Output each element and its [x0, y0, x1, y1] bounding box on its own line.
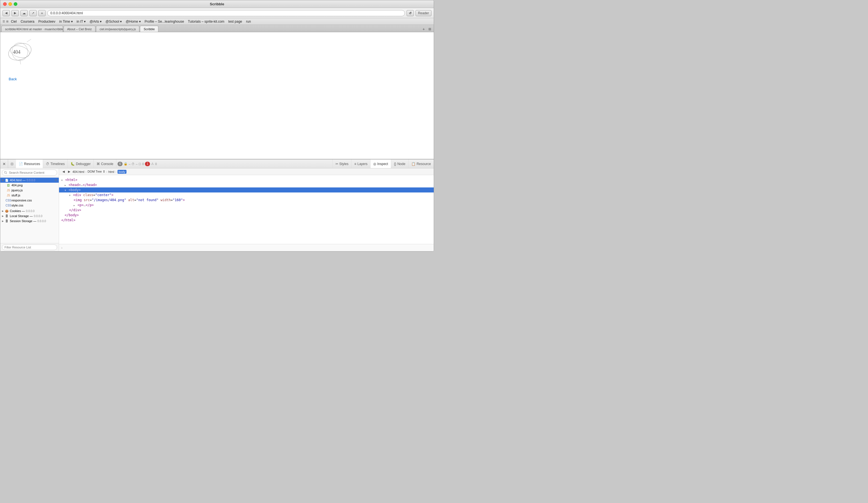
dom-line-html-open[interactable]: ▼ <html> — [59, 177, 434, 182]
forward-button[interactable]: ▶ — [11, 10, 19, 16]
bookmark-producteev[interactable]: Producteev — [37, 20, 57, 23]
grid-icon[interactable]: ⊞ — [6, 20, 8, 23]
breadcrumb-html[interactable]: html — [108, 170, 114, 174]
breadcrumb-forward[interactable]: ▶ — [67, 170, 71, 174]
tab-scribble-github[interactable]: scribble/404.html at master · muan/scrib… — [1, 26, 63, 32]
node-icon: {} — [394, 162, 396, 166]
devtools-body: ▶ 📄 404.html — 0.0.0.0 ↺ 🖼 404.png — [0, 168, 434, 251]
back-link[interactable]: Back — [9, 77, 17, 81]
devtools-detach-button[interactable]: ⊡ — [8, 159, 16, 168]
tab-jquery[interactable]: ciel.im/javascripts/jquery.js — [96, 26, 140, 32]
resource-header-main[interactable]: ▶ 📄 404.html — 0.0.0.0 ↺ — [0, 178, 59, 183]
dom-line-html-close[interactable]: </html> — [59, 218, 434, 223]
bookmark-run[interactable]: run — [245, 20, 252, 23]
tab-about-ciel[interactable]: About – Ciel Breiz — [63, 26, 95, 32]
storage-local[interactable]: ▶ 🗄 Local Storage — 0.0.0.0 — [0, 213, 59, 219]
breadcrumb-body[interactable]: body — [117, 170, 126, 174]
resource-child-responsive[interactable]: CSS responsive.css — [5, 198, 59, 203]
body-triangle[interactable]: ▼ — [65, 189, 66, 192]
dom-line-head[interactable]: ▶ <head>…</head> — [59, 182, 434, 187]
bookmarks-icon[interactable]: ☰ — [2, 20, 5, 23]
bookmark-tutorials[interactable]: Tutorials – sprite-kit.com — [187, 20, 226, 23]
devtools-toolbar: ✕ ⊡ 📄 Resources ⏱ Timelines 🐛 Debugger — [0, 159, 434, 168]
breadcrumb-file[interactable]: 404.html — [72, 170, 84, 174]
back-button[interactable]: ◀ — [2, 10, 10, 16]
svg-text:404: 404 — [13, 49, 20, 55]
devtools-tab-resources[interactable]: 📄 Resources — [16, 159, 43, 168]
timer-dash-icon: – — [136, 162, 137, 166]
breadcrumb-back[interactable]: ◀ — [61, 170, 66, 174]
resource-label: Resource — [417, 162, 431, 166]
devtools-filter — [0, 243, 59, 251]
bookmark-testpage[interactable]: test page — [227, 20, 244, 23]
devtools-right-tab-inspect[interactable]: ◎ Inspect — [370, 159, 391, 168]
refresh-icon[interactable]: ↺ — [54, 178, 57, 182]
error-count-badge: 1 — [145, 162, 150, 166]
url-bar[interactable]: 0.0.0.0:4000/404.html — [47, 10, 405, 16]
resources-icon: 📄 — [19, 162, 23, 166]
bookmark-ciel[interactable]: Ciel — [10, 20, 18, 23]
session-storage-address: 0.0.0.0 — [38, 220, 46, 223]
devtools-tab-console[interactable]: ⌘ Console — [94, 159, 116, 168]
devtools-right-tab-styles[interactable]: ✂ Styles — [332, 159, 351, 168]
dom-breadcrumb: ◀ ▶ 404.html › DOM Tree ⇕ › html › body — [59, 168, 434, 175]
devtools-right-tab-resource[interactable]: 📋 Resource — [408, 159, 434, 168]
reload-button[interactable]: ↺ — [406, 10, 414, 16]
devtools-close-button[interactable]: ✕ — [0, 159, 8, 168]
devtools-right-tabs: ✂ Styles ≡ Layers ◎ Inspect {} Node — [332, 159, 434, 168]
breadcrumb-domtree[interactable]: DOM Tree ⇕ — [87, 170, 105, 174]
resource-tree: ▶ 📄 404.html — 0.0.0.0 ↺ 🖼 404.png — [0, 177, 59, 243]
dom-line-img[interactable]: <img src="/images/404.png" alt="not foun… — [59, 198, 434, 202]
storage-cookies[interactable]: ▶ 🍪 Cookies — 0.0.0.0 — [0, 208, 59, 213]
warning-count: 0 — [155, 162, 157, 166]
console-chevron: › — [61, 246, 62, 250]
p-triangle[interactable]: ▶ — [74, 204, 75, 207]
bookmark-init[interactable]: in IT ▾ — [75, 20, 87, 23]
svg-line-3 — [27, 39, 31, 42]
resource-child-404png[interactable]: 🖼 404.png — [5, 183, 59, 188]
resource-child-style[interactable]: CSS style.css — [5, 203, 59, 208]
dom-line-body-close[interactable]: </body> — [59, 213, 434, 218]
devtools-tab-debugger[interactable]: 🐛 Debugger — [68, 159, 94, 168]
dom-line-body[interactable]: ▼ <body> — [59, 187, 434, 192]
cookies-address: 0.0.0.0 — [26, 210, 35, 213]
bookmark-intime[interactable]: in Time ▾ — [58, 20, 74, 23]
share-button[interactable]: ☁ — [20, 10, 28, 16]
console-prompt-icon: ⌘ — [96, 162, 100, 166]
devtools-right-tab-node[interactable]: {} Node — [391, 159, 408, 168]
devtools-resource-panel: ▶ 📄 404.html — 0.0.0.0 ↺ 🖼 404.png — [0, 168, 59, 251]
devtools-right-tab-layers[interactable]: ≡ Layers — [351, 159, 370, 168]
bookmark-home[interactable]: @Home ▾ — [124, 20, 142, 23]
tab-scribble[interactable]: Scribble — [140, 26, 158, 32]
html-triangle[interactable]: ▼ — [61, 179, 63, 181]
bookmark-coursera[interactable]: Coursera — [19, 20, 36, 23]
debugger-label: Debugger — [76, 162, 91, 166]
add-tab-button[interactable]: + — [421, 26, 426, 32]
search-resource-input[interactable] — [2, 169, 57, 176]
storage-session[interactable]: ▶ 🗄 Session Storage — 0.0.0.0 — [0, 219, 59, 223]
url-text: 0.0.0.0:4000/404.html — [50, 11, 83, 15]
bookmark-profile[interactable]: Profile – Se...learinghouse — [143, 20, 186, 23]
maximize-button[interactable] — [14, 2, 17, 6]
devtools-tab-timelines[interactable]: ⏱ Timelines — [43, 159, 68, 168]
filter-resource-input[interactable] — [2, 244, 57, 250]
reader-button[interactable]: Reader — [415, 10, 432, 16]
head-triangle[interactable]: ▶ — [65, 184, 66, 187]
resource-child-stuffjs[interactable]: JS stuff.js — [5, 193, 59, 198]
local-storage-triangle: ▶ — [2, 215, 4, 217]
bookmark-school[interactable]: @School ▾ — [104, 20, 123, 23]
new-tab-button[interactable]: + — [38, 10, 45, 16]
close-button[interactable] — [3, 2, 7, 6]
resource-child-jquery[interactable]: JS jquery.js — [5, 188, 59, 193]
minimize-button[interactable] — [8, 2, 12, 6]
open-tab-button[interactable]: ↗ — [29, 10, 37, 16]
tab-grid-button[interactable]: ⊞ — [427, 26, 433, 32]
dom-line-div-close[interactable]: </div> — [59, 208, 434, 213]
dom-console: › — [59, 244, 434, 251]
div-center-triangle[interactable]: ▼ — [69, 194, 71, 197]
dom-line-div-center[interactable]: ▼ <div class="center"> — [59, 192, 434, 198]
dom-line-p[interactable]: ▶ <p>…</p> — [59, 202, 434, 208]
bookmark-arts[interactable]: @Arts ▾ — [88, 20, 103, 23]
local-storage-label: Local Storage — — [10, 214, 33, 218]
html-file-icon: 📄 — [5, 178, 9, 182]
